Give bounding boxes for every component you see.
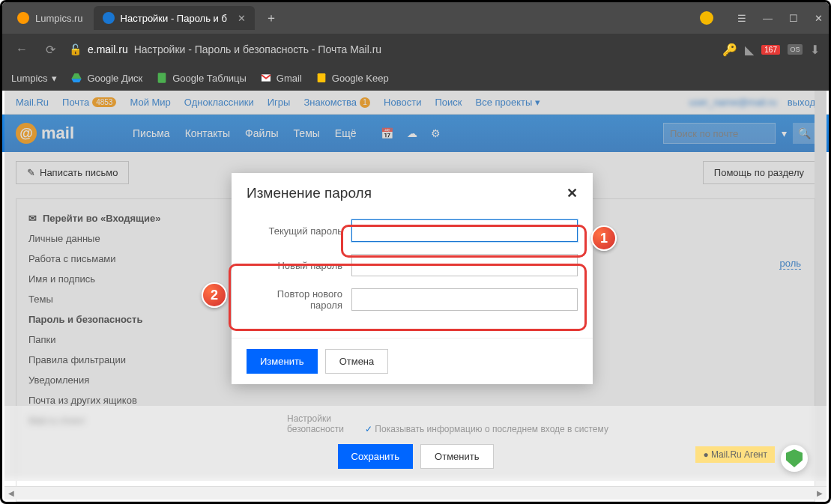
back-button[interactable]: ← (11, 43, 32, 56)
minimize-button[interactable]: — (763, 13, 773, 24)
save-button[interactable]: Сохранить (337, 444, 413, 469)
cancel-button[interactable]: Отмена (325, 349, 389, 374)
repeat-password-label: Повтор нового пароля (247, 288, 351, 311)
scroll-left-arrow[interactable]: ◀ (4, 488, 18, 500)
notification-badge[interactable]: 167 (761, 45, 780, 55)
maximize-button[interactable]: ☐ (789, 13, 798, 24)
password-change-modal: Изменение пароля ✕ Текущий пароль Новый … (232, 173, 593, 384)
tab-title: Настройки - Пароль и б (121, 13, 227, 24)
horizontal-scrollbar[interactable]: ◀ ▶ (4, 486, 827, 500)
key-icon[interactable]: 🔑 (722, 43, 737, 57)
extension-badge[interactable]: OS (788, 44, 803, 55)
scroll-track[interactable] (18, 488, 813, 500)
browser-tab-active[interactable]: Настройки - Пароль и б ✕ (94, 6, 255, 30)
bookmarks-bar: Lumpics ▾ Google Диск Google Таблицы Gma… (2, 65, 829, 91)
current-password-input[interactable] (351, 219, 578, 242)
bottom-buttons: Сохранить Отменить (337, 444, 493, 469)
download-icon[interactable]: ⬇ (810, 43, 820, 57)
favicon (17, 12, 29, 24)
bottom-settings-label: Настройки безопасности (287, 413, 344, 434)
bookmark-gkeep[interactable]: Google Keep (315, 72, 389, 84)
svg-rect-2 (158, 73, 166, 82)
svg-marker-0 (72, 73, 82, 79)
url-domain: e.mail.ru (88, 43, 128, 55)
favicon (103, 12, 115, 24)
extension-icon[interactable] (700, 11, 713, 25)
bottom-checkbox-text: ✓ Показывать информацию о последнем вход… (365, 424, 608, 434)
bookmark-lumpics[interactable]: Lumpics ▾ (11, 73, 57, 84)
tab-title: Lumpics.ru (35, 13, 83, 24)
bookmark-gdrive[interactable]: Google Диск (70, 72, 142, 84)
close-window-button[interactable]: ✕ (815, 13, 823, 24)
current-password-label: Текущий пароль (247, 225, 351, 237)
reload-button[interactable]: ⟳ (41, 43, 60, 57)
tab-close-icon[interactable]: ✕ (238, 13, 246, 24)
annotation-badge-1: 1 (591, 225, 617, 251)
modal-title: Изменение пароля (247, 185, 372, 201)
window-controls: ☰ — ☐ ✕ (700, 11, 823, 25)
bookmark-icon[interactable]: ◣ (745, 43, 754, 57)
modal-close-button[interactable]: ✕ (566, 185, 578, 201)
new-password-input[interactable] (351, 254, 578, 276)
bookmark-gsheets[interactable]: Google Таблицы (156, 72, 247, 84)
agent-badge[interactable]: ● Mail.Ru Агент (695, 446, 775, 463)
new-password-label: Новый пароль (247, 260, 351, 271)
url-bar-icons: 🔑 ◣ 167 OS ⬇ (722, 43, 820, 57)
scroll-right-arrow[interactable]: ▶ (813, 488, 827, 500)
menu-icon[interactable]: ☰ (737, 13, 746, 24)
shield-icon[interactable] (781, 445, 808, 472)
lock-icon: 🔓 (69, 43, 82, 55)
browser-tab-inactive[interactable]: Lumpics.ru (8, 6, 92, 30)
cancel-bottom-button[interactable]: Отменить (420, 444, 493, 469)
svg-rect-4 (317, 73, 325, 82)
browser-urlbar: ← ⟳ 🔓 e.mail.ru Настройки - Пароль и без… (2, 34, 829, 65)
browser-titlebar: Lumpics.ru Настройки - Пароль и б ✕ ＋ ☰ … (2, 2, 829, 34)
new-tab-button[interactable]: ＋ (256, 10, 286, 26)
url-path: Настройки - Пароль и безопасность - Почт… (134, 43, 381, 55)
svg-marker-1 (72, 79, 82, 82)
annotation-badge-2: 2 (202, 282, 227, 308)
url-box[interactable]: 🔓 e.mail.ru Настройки - Пароль и безопас… (69, 43, 713, 55)
bookmark-gmail[interactable]: Gmail (260, 72, 302, 84)
submit-button[interactable]: Изменить (247, 349, 318, 374)
repeat-password-input[interactable] (351, 288, 578, 311)
